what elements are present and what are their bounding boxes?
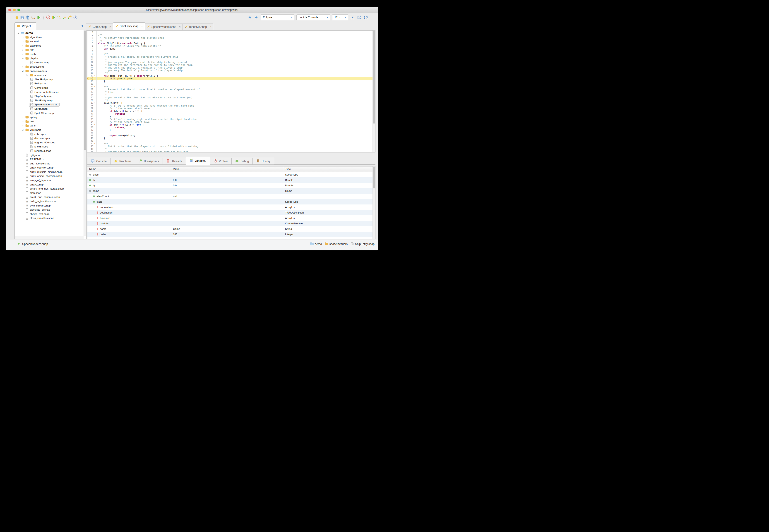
code-line-2[interactable]: 2▾/** xyxy=(87,34,373,36)
code-line-45[interactable]: 45 * @param other The entity with which … xyxy=(87,150,373,152)
code-line-35[interactable]: 35▾ if (dx > 0 && x > 750) { xyxy=(87,123,373,126)
fold-toggle-icon[interactable]: ▾ xyxy=(93,123,96,126)
tree-vertical-scrollbar[interactable] xyxy=(83,30,86,236)
tree-item-build-in-functions-snap[interactable]: <>build_in_functions.snap xyxy=(15,199,83,204)
tree-horizontal-scrollbar[interactable] xyxy=(15,236,83,239)
variable-row-order-11[interactable]: order166Integer xyxy=(87,232,375,237)
code-line-15[interactable]: 15 * @param y The initial y location of … xyxy=(87,69,373,72)
editor-tab-game-snap[interactable]: Game.snap× xyxy=(86,24,113,30)
code-line-22[interactable]: 22 * Request that the ship move itself b… xyxy=(87,88,373,91)
column-header-type[interactable]: Type xyxy=(283,166,375,172)
tree-item-algorithms[interactable]: ▷algorithms xyxy=(15,35,83,40)
tree-item-shipentity-snap[interactable]: <>ShipEntity.snap xyxy=(15,94,83,98)
line-number[interactable]: 36 xyxy=(87,126,93,129)
tree-item-arrays-snap[interactable]: <>arrays.snap xyxy=(15,182,83,187)
close-tab-icon[interactable]: × xyxy=(177,25,181,29)
tree-collapsed-icon[interactable]: ▷ xyxy=(21,120,24,123)
tree-item-render3d-snap[interactable]: <>render3d.snap xyxy=(15,149,83,153)
code-line-42[interactable]: 42▾ /** xyxy=(87,142,373,145)
code-line-41[interactable]: 41 xyxy=(87,140,373,142)
line-number[interactable]: 12 xyxy=(87,61,93,64)
line-number[interactable]: 38 xyxy=(87,131,93,134)
scrollbar-thumb[interactable] xyxy=(84,31,86,150)
tree-item-alienentity-snap[interactable]: <>AlienEntity.snap xyxy=(15,77,83,82)
variable-row-class-5[interactable]: classScopeType xyxy=(87,199,375,204)
theme-select[interactable]: Eclipse xyxy=(261,14,294,20)
refresh-button[interactable] xyxy=(363,15,368,20)
line-number[interactable]: 27 xyxy=(87,102,93,104)
variable-row-aliencount-4[interactable]: alienCountnull xyxy=(87,194,375,199)
titlebar[interactable]: /Users/niallg/Work/development/snapscrip… xyxy=(6,7,378,13)
line-number[interactable]: 18 xyxy=(87,77,93,80)
help-button[interactable]: ? xyxy=(73,15,78,20)
code-line-11[interactable]: 11 * xyxy=(87,58,373,61)
line-number[interactable]: 43 xyxy=(87,145,93,148)
tree-item-shotentity-snap[interactable]: <>ShotEntity.snap xyxy=(15,98,83,103)
code-line-44[interactable]: 44 * xyxy=(87,148,373,150)
tree-item-add-license-snap[interactable]: <>add_license.snap xyxy=(15,161,83,166)
tab-breakpoints[interactable]: Breakpoints xyxy=(135,158,163,165)
tree-item-math[interactable]: ▷math xyxy=(15,52,83,56)
forward-button[interactable] xyxy=(254,15,259,20)
line-number[interactable]: 41 xyxy=(87,140,93,142)
search-button[interactable] xyxy=(31,15,36,20)
variable-row-name-10[interactable]: nameGameString xyxy=(87,226,375,232)
line-number[interactable]: 29 xyxy=(87,107,93,110)
fold-toggle-icon[interactable]: ▾ xyxy=(93,42,96,45)
tree-item-spaceinvaders[interactable]: ◢spaceinvaders xyxy=(15,69,83,73)
variable-row-class-0[interactable]: classScopeType xyxy=(87,172,375,177)
code-line-7[interactable]: 7 var game; xyxy=(87,47,373,50)
close-tab-icon[interactable]: × xyxy=(208,25,211,29)
line-number[interactable]: 32 xyxy=(87,115,93,118)
tree-item-byte-stream-snap[interactable]: <>byte_stream.snap xyxy=(15,203,83,208)
tree-item-blah-snap[interactable]: <>blah.snap xyxy=(15,191,83,195)
step-into-button[interactable] xyxy=(57,15,61,20)
tree-item-android[interactable]: ▷android xyxy=(15,39,83,44)
tree-item-array-of-type-snap[interactable]: <>array_of_type.snap xyxy=(15,178,83,183)
line-number[interactable]: 34 xyxy=(87,121,93,123)
code-line-24[interactable]: 24 * xyxy=(87,93,373,96)
code-line-34[interactable]: 34 // of the screen, don't move xyxy=(87,121,373,123)
delete-button[interactable] xyxy=(26,15,30,20)
line-number[interactable]: 28 xyxy=(87,104,93,107)
tab-history[interactable]: History xyxy=(253,158,274,165)
tree-item-spritestore-snap[interactable]: <>SpriteStore.snap xyxy=(15,111,83,115)
code-line-36[interactable]: 36 return; xyxy=(87,126,373,129)
code-line-38[interactable]: 38 xyxy=(87,131,373,134)
tree-item-class-variables-snap[interactable]: <>class_variables.snap xyxy=(15,216,83,220)
tree-item-physics[interactable]: ◢physics xyxy=(15,56,83,61)
line-number[interactable]: 20 xyxy=(87,83,93,85)
tree-item-gitignore[interactable]: .gitignore xyxy=(15,153,83,157)
line-number[interactable]: 16 xyxy=(87,72,93,74)
line-number[interactable]: 42 xyxy=(87,142,93,145)
fullscreen-button[interactable] xyxy=(350,15,355,20)
variable-row-outer-12[interactable]: outernull xyxy=(87,237,375,239)
column-header-value[interactable]: Value xyxy=(171,166,283,172)
line-number[interactable]: 30 xyxy=(87,110,93,112)
variable-row-dy-2[interactable]: dy0.0Double xyxy=(87,183,375,188)
code-line-43[interactable]: 43 * Notification that the player's ship… xyxy=(87,145,373,148)
line-number[interactable]: 10 xyxy=(87,55,93,58)
line-number[interactable]: 26 xyxy=(87,99,93,102)
tree-item-hughes-500-spec[interactable]: hughes_500.spec xyxy=(15,140,83,145)
scrollbar-thumb[interactable] xyxy=(373,167,375,188)
tree-item-break-and-continue-snap[interactable]: <>break_and_continue.snap xyxy=(15,195,83,199)
tree-item-solarsystem[interactable]: ▷solarsystem xyxy=(15,65,83,69)
code-line-32[interactable]: 32 } xyxy=(87,115,373,118)
line-number[interactable]: 3 xyxy=(87,36,93,39)
close-tab-icon[interactable]: × xyxy=(140,25,143,28)
code-line-18[interactable]: 18 this.game = game; xyxy=(87,77,373,80)
line-number[interactable]: 25 xyxy=(87,96,93,99)
line-number[interactable]: 21 xyxy=(87,85,93,88)
tree-item-spring[interactable]: ▷spring xyxy=(15,115,83,119)
line-number[interactable]: 17 xyxy=(87,74,93,77)
tree-collapsed-icon[interactable]: ▷ xyxy=(21,36,24,38)
code-line-26[interactable]: 26 */ xyxy=(87,99,373,102)
tree-expanded-icon[interactable]: ◢ xyxy=(17,32,20,34)
variables-scrollbar[interactable] xyxy=(373,166,375,239)
tree-expanded-icon[interactable]: ◢ xyxy=(21,70,24,72)
code-line-31[interactable]: 31 return; xyxy=(87,112,373,115)
code-line-40[interactable]: 40 } xyxy=(87,137,373,140)
tree-collapsed-icon[interactable]: ▷ xyxy=(26,74,29,76)
tree-collapsed-icon[interactable]: ▷ xyxy=(21,124,24,127)
